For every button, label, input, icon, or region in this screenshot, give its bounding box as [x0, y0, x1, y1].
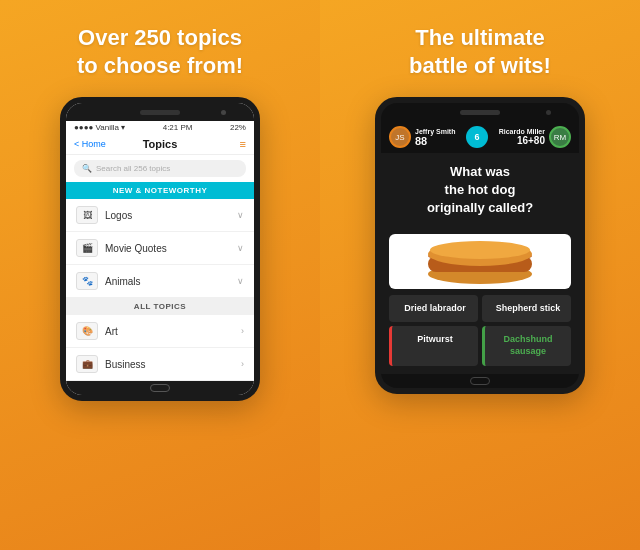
- answer-pitwurst[interactable]: Pitwurst: [389, 326, 478, 365]
- player1-card: JS Jeffry Smith 88: [389, 126, 455, 148]
- answer-dried-labrador[interactable]: Dried labrador: [389, 295, 478, 323]
- phone-top-bar: [66, 103, 254, 121]
- search-area: 🔍 Search all 256 topics: [66, 155, 254, 182]
- nav-bar: < Home Topics ≡: [66, 134, 254, 155]
- topic-art[interactable]: 🎨 Art ›: [66, 315, 254, 348]
- business-icon: 💼: [76, 355, 98, 373]
- left-panel: Over 250 topicsto choose from! ●●●● Vani…: [0, 0, 320, 550]
- movie-quotes-icon: 🎬: [76, 239, 98, 257]
- chevron-down-icon: ∨: [237, 243, 244, 253]
- left-phone-mockup: ●●●● Vanilla ▾ 4:21 PM 22% < Home Topics…: [60, 97, 260, 401]
- question-text: What wasthe hot dogoriginally called?: [393, 163, 567, 218]
- topic-logos[interactable]: 🖼 Logos ∨: [66, 199, 254, 232]
- home-button[interactable]: [150, 384, 170, 392]
- animals-icon: 🐾: [76, 272, 98, 290]
- art-label: Art: [105, 326, 118, 337]
- right-phone-bottom-bar: [381, 374, 579, 388]
- battery: 22%: [230, 123, 246, 132]
- back-button[interactable]: < Home: [74, 139, 106, 149]
- chevron-right-icon: ›: [241, 326, 244, 336]
- hotdog-image: [389, 234, 571, 289]
- hotdog-svg: [420, 236, 540, 286]
- signal-strength: ●●●● Vanilla ▾: [74, 123, 125, 132]
- status-right: 22%: [230, 123, 246, 132]
- player2-score: 16+80: [499, 135, 545, 146]
- topic-movie-quotes[interactable]: 🎬 Movie Quotes ∨: [66, 232, 254, 265]
- right-phone-mockup: JS Jeffry Smith 88 6 Ricardo Miller 16+8…: [375, 97, 585, 394]
- round-badge: 6: [466, 126, 488, 148]
- status-bar: ●●●● Vanilla ▾ 4:21 PM 22%: [66, 121, 254, 134]
- section-all-header: ALL TOPICS: [66, 298, 254, 315]
- phone-bottom-bar: [66, 381, 254, 395]
- filter-icon[interactable]: ≡: [240, 138, 246, 150]
- animals-label: Animals: [105, 276, 141, 287]
- right-panel: The ultimatebattle of wits! JS Jeffry Sm…: [320, 0, 640, 550]
- phone-camera: [546, 110, 551, 115]
- logos-icon: 🖼: [76, 206, 98, 224]
- phone-speaker: [140, 110, 180, 115]
- business-label: Business: [105, 359, 146, 370]
- svg-point-4: [430, 241, 530, 259]
- topic-animals[interactable]: 🐾 Animals ∨: [66, 265, 254, 298]
- art-icon: 🎨: [76, 322, 98, 340]
- left-tagline: Over 250 topicsto choose from!: [77, 24, 243, 79]
- status-left: ●●●● Vanilla ▾: [74, 123, 125, 132]
- answer-shepherd-stick[interactable]: Shepherd stick: [482, 295, 571, 323]
- chevron-right-icon: ›: [241, 359, 244, 369]
- phone-speaker: [460, 110, 500, 115]
- home-button[interactable]: [470, 377, 490, 385]
- search-box[interactable]: 🔍 Search all 256 topics: [74, 160, 246, 177]
- answers-grid: Dried labrador Shepherd stick Pitwurst D…: [381, 295, 579, 374]
- answer-dachshund-sausage[interactable]: Dachshund sausage: [482, 326, 571, 365]
- player1-avatar: JS: [389, 126, 411, 148]
- player1-name: Jeffry Smith: [415, 128, 455, 135]
- search-placeholder: Search all 256 topics: [96, 164, 170, 173]
- chevron-down-icon: ∨: [237, 276, 244, 286]
- logos-label: Logos: [105, 210, 132, 221]
- section-noteworthy-header: NEW & NOTEWORTHY: [66, 182, 254, 199]
- screen-title: Topics: [143, 138, 178, 150]
- round-center: 6: [466, 126, 488, 148]
- status-time: 4:21 PM: [163, 123, 193, 132]
- movie-quotes-label: Movie Quotes: [105, 243, 167, 254]
- game-header: JS Jeffry Smith 88 6 Ricardo Miller 16+8…: [381, 121, 579, 153]
- player1-score: 88: [415, 135, 455, 147]
- right-tagline: The ultimatebattle of wits!: [409, 24, 551, 79]
- topic-business[interactable]: 💼 Business ›: [66, 348, 254, 381]
- right-phone-top-bar: [381, 103, 579, 121]
- chevron-down-icon: ∨: [237, 210, 244, 220]
- phone-camera: [221, 110, 226, 115]
- question-area: What wasthe hot dogoriginally called?: [381, 153, 579, 228]
- player2-name: Ricardo Miller: [499, 128, 545, 135]
- player2-card: Ricardo Miller 16+80 RM: [499, 126, 571, 148]
- search-icon: 🔍: [82, 164, 92, 173]
- player2-avatar: RM: [549, 126, 571, 148]
